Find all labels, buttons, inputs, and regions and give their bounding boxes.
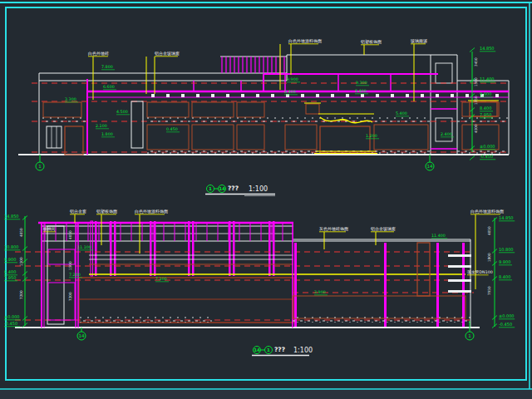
level-tick: [470, 156, 475, 160]
annotation-text: 7200: [68, 292, 72, 301]
annotation-text: 白色外墙涂料饰面: [135, 209, 168, 214]
annotation-text: 14.850: [4, 214, 19, 219]
grid-bubble-label: 14: [79, 333, 85, 338]
title-top-name: ???: [228, 185, 239, 192]
annotation-text: 11.100: [77, 245, 91, 249]
leader-labels: 白色外墙砖铝合金玻璃窗白色外墙涂料饰面铝塑板饰面玻璃雨篷: [88, 38, 427, 57]
title-bottom-name: ???: [274, 346, 285, 353]
curtain-wall-band: [42, 223, 293, 241]
annotation-text: 3.900: [314, 290, 326, 294]
annotation-text: 铝合金窗: [70, 209, 86, 214]
annotation-text: 8.400: [355, 89, 367, 93]
annotation-text: 1.200: [366, 134, 377, 138]
stair-ladder: [417, 243, 430, 296]
annotation-text: 1.800: [101, 132, 113, 136]
annotation-text: 4500: [474, 124, 478, 133]
annotation-text: 7950: [487, 286, 491, 295]
annotation-text: 1500: [68, 261, 72, 270]
title-bottom-right-bubble: 1: [267, 347, 270, 352]
title-bottom-left-bubble: 14: [254, 347, 260, 352]
annotation-text: 9.900: [287, 77, 298, 81]
annotation-text: 铝塑板饰面: [361, 39, 382, 45]
annotation-text: 白色外墙涂料饰面: [470, 209, 504, 214]
annotation-text: 白色外墙涂料饰面: [288, 38, 322, 44]
title-bottom: 14 1 ??? 1:100: [252, 346, 313, 356]
annotation-text: 4.500: [116, 110, 128, 114]
level-tick: [470, 48, 475, 52]
annotation-text: 7.200: [155, 277, 167, 281]
title-top-right-bubble: 14: [219, 186, 225, 191]
annotation-text: 4050: [487, 226, 491, 235]
annotation-text: 3450: [474, 57, 478, 66]
annotation-text: 2.100: [96, 124, 107, 128]
annotation-text: 7.800: [101, 65, 113, 69]
elevation-bottom: 铝合金窗铝塑板饰面白色外墙涂料饰面灰色外墙砖饰面铝合金玻璃窗白色外墙涂料饰面 楼…: [4, 209, 515, 340]
annotation-text: 3.300: [65, 97, 76, 101]
lower-grid: [79, 278, 293, 323]
annotation-text: 0.450: [166, 127, 178, 131]
annotation-text: ±0.000: [4, 314, 20, 319]
annotation-text: 8.400: [4, 269, 16, 274]
cad-sheet: 白色外墙砖铝合金玻璃窗白色外墙涂料饰面铝塑板饰面玻璃雨篷 3.3006.6007…: [0, 0, 532, 399]
left-entry: [47, 126, 83, 155]
annotation-text: 6.600: [103, 85, 115, 89]
stair-tower: [431, 55, 457, 155]
spandrel-hatch: [42, 117, 87, 122]
grid-bubble-label: 14: [427, 164, 433, 169]
level-marks-left: 14.85010.8009.9008.4007.950±0.000-0.450: [4, 214, 27, 328]
annotation-text: 9.900: [480, 91, 491, 96]
annotation-text: -0.450: [480, 154, 493, 159]
annotation-text: 2.400: [441, 132, 452, 136]
annotation-text: -0.450: [499, 322, 512, 327]
annotation-text: 4050: [19, 228, 23, 237]
annotation-text: 4050: [68, 230, 72, 239]
annotation-text: 9.900: [499, 259, 510, 264]
annotation-text: 11.400: [480, 76, 495, 81]
grid-bubbles: 141: [77, 332, 474, 340]
annotation-text: 8.400: [480, 106, 491, 111]
annotation-text: 11.400: [431, 234, 446, 238]
annotation-text: 玻璃雨篷: [410, 38, 427, 43]
annotation-text: 10.800: [4, 244, 19, 249]
grid-bubbles: 114: [36, 162, 434, 170]
annotation-text: 1350: [474, 96, 478, 105]
annotation-text: 8.400: [499, 274, 510, 279]
annotation-text: 1800: [487, 253, 491, 262]
annotation-text: ±0.000: [499, 313, 515, 318]
annotation-text: 1500: [474, 77, 478, 86]
annotation-text: 8.400: [284, 90, 296, 94]
annotation-text: -0.450: [4, 321, 17, 326]
title-top-left-bubble: 1: [209, 186, 212, 191]
glass-column: [131, 101, 143, 148]
annotation-text: 落水管DN100: [467, 269, 493, 275]
parapet-railing: [220, 57, 287, 73]
cad-canvas[interactable]: 白色外墙砖铝合金玻璃窗白色外墙涂料饰面铝塑板饰面玻璃雨篷 3.3006.6007…: [0, 0, 532, 399]
datum-lines: [15, 252, 474, 320]
annotation-text: 9.900: [4, 257, 16, 262]
annotation-text: 白色外墙砖: [88, 51, 109, 57]
elevation-top: 白色外墙砖铝合金玻璃窗白色外墙涂料饰面铝塑板饰面玻璃雨篷 3.3006.6007…: [18, 38, 509, 170]
annotation-text: 1500: [19, 257, 23, 266]
annotation-text: 7200: [19, 290, 23, 299]
annotation-text: 铝塑板饰面: [96, 209, 117, 214]
annotation-text: 铝合金玻璃窗: [155, 51, 180, 57]
title-bottom-scale: 1:100: [293, 347, 313, 354]
grid-bubble-label: 1: [38, 164, 42, 169]
annotation-text: 灰色外墙砖饰面: [318, 226, 348, 232]
annotation-text: 铝合金玻璃窗: [371, 226, 396, 232]
vent-tick-row: [150, 92, 507, 97]
annotation-text: 5.400: [396, 111, 407, 116]
frame-margin-strip: [0, 390, 532, 399]
title-top-scale: 1:100: [249, 185, 268, 193]
grid-bubble-label: 1: [468, 333, 471, 338]
annotation-text: 14.850: [499, 215, 514, 220]
annotation-text: 14.850: [480, 46, 495, 51]
annotation-text: 7.200: [69, 273, 81, 277]
annotation-text: 10.800: [499, 247, 514, 252]
title-top: 1 14 ??? 1:100: [205, 185, 275, 196]
annotation-text: 7.950: [480, 112, 491, 117]
annotation-text: ±0.000: [480, 144, 495, 149]
dimension-texts-right: 405018007950: [487, 226, 491, 295]
level-marks-right: 14.85010.8009.9008.400±0.000-0.450: [492, 215, 515, 328]
annotation-text: 9.300: [356, 81, 367, 85]
